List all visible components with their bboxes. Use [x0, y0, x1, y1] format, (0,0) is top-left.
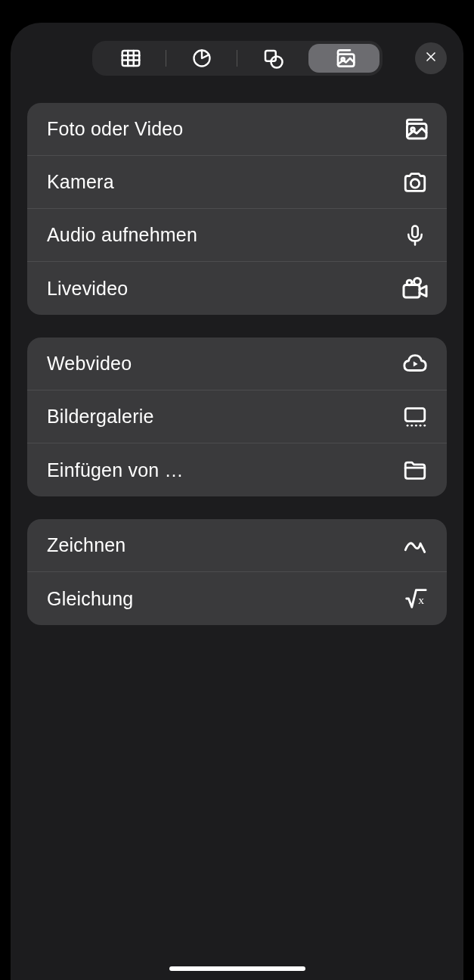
svg-point-23: [415, 424, 417, 426]
equation-icon: x: [400, 583, 430, 614]
row-draw[interactable]: Zeichnen: [27, 519, 447, 572]
row-insert-from[interactable]: Einfügen von …: [27, 443, 447, 496]
row-label: Kamera: [47, 171, 114, 193]
row-audio[interactable]: Audio aufnehmen: [27, 209, 447, 262]
close-button[interactable]: [415, 42, 447, 74]
row-webvideo[interactable]: Webvideo: [27, 338, 447, 390]
home-indicator[interactable]: [169, 966, 305, 971]
tab-chart[interactable]: [166, 44, 237, 73]
insert-sheet: Foto oder Video Kamera Audio aufnehmen: [11, 23, 463, 980]
tabbar-row: [11, 36, 463, 80]
row-label: Webvideo: [47, 353, 132, 375]
svg-text:x: x: [418, 593, 424, 606]
photo-icon: [400, 114, 430, 145]
svg-rect-6: [265, 51, 276, 61]
svg-point-18: [414, 278, 421, 285]
svg-point-19: [407, 280, 412, 285]
row-label: Zeichnen: [47, 534, 125, 556]
chart-icon: [187, 43, 217, 73]
svg-rect-20: [405, 408, 425, 421]
cloud-play-icon: [400, 349, 430, 379]
svg-point-14: [410, 179, 419, 187]
row-equation[interactable]: Gleichung x: [27, 572, 447, 625]
gallery-icon: [400, 402, 430, 432]
row-label: Gleichung: [47, 588, 133, 610]
row-camera[interactable]: Kamera: [27, 156, 447, 209]
row-label: Foto oder Video: [47, 118, 183, 140]
close-icon: [423, 49, 438, 67]
tab-table[interactable]: [95, 44, 166, 73]
media-icon: [329, 43, 359, 73]
svg-rect-17: [404, 285, 420, 298]
svg-point-25: [423, 424, 426, 426]
media-group-capture: Foto oder Video Kamera Audio aufnehmen: [27, 103, 447, 315]
scribble-icon: [400, 530, 430, 561]
row-photo-video[interactable]: Foto oder Video: [27, 103, 447, 156]
svg-point-22: [410, 424, 413, 426]
table-icon: [116, 43, 146, 73]
row-label: Bildergalerie: [47, 406, 154, 428]
row-label: Audio aufnehmen: [47, 224, 197, 246]
media-group-create: Zeichnen Gleichung x: [27, 519, 447, 625]
tab-shape[interactable]: [237, 44, 308, 73]
microphone-icon: [400, 220, 430, 250]
insert-tabbar: [92, 41, 383, 76]
media-group-insert: Webvideo Bildergalerie: [27, 338, 447, 496]
row-label: Einfügen von …: [47, 459, 184, 481]
tab-media[interactable]: [308, 44, 380, 73]
svg-point-24: [420, 424, 422, 426]
folder-icon: [400, 455, 430, 485]
videocamera-icon: [400, 273, 430, 303]
row-gallery[interactable]: Bildergalerie: [27, 390, 447, 443]
svg-rect-0: [122, 51, 139, 66]
shape-icon: [258, 43, 288, 73]
camera-icon: [400, 167, 430, 198]
svg-rect-15: [412, 226, 418, 237]
row-label: Livevideo: [47, 278, 128, 300]
row-livevideo[interactable]: Livevideo: [27, 262, 447, 315]
svg-point-21: [407, 424, 409, 426]
